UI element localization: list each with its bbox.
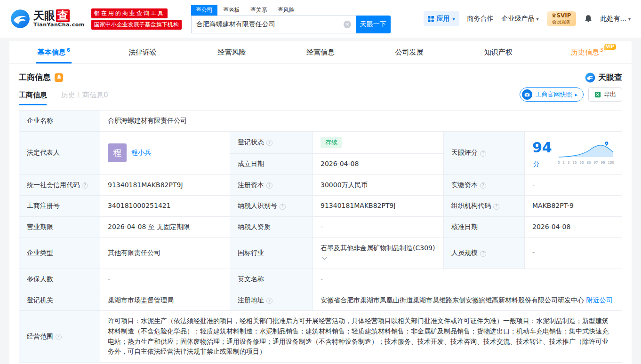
search-tab-risk[interactable]: 查风险 (273, 5, 299, 16)
taxpayer-quality-value: - (313, 216, 444, 237)
credit-code-label: 统一社会信用代码? (19, 174, 100, 196)
section-title: 工商信息 (19, 72, 51, 83)
notifications-bell-icon[interactable] (584, 15, 593, 23)
crown-icon: ♛ (552, 12, 557, 19)
help-icon[interactable]: ? (82, 182, 88, 189)
subtab-row: 工商信息 历史工商信息0 工商官网快照 ▸ 导出 (9, 86, 632, 105)
help-icon[interactable]: ? (480, 150, 486, 157)
help-icon[interactable]: ? (56, 334, 62, 340)
reg-address-value: 安徽省合肥市巢湖市凤凰山街道巢湖市巢维路东侧安徽皖维高新材料股份有限公司研发中心… (313, 290, 622, 311)
user-account-menu[interactable]: 此处有... ▾ (601, 15, 631, 23)
apps-grid-icon (428, 16, 434, 22)
approval-date-label: 核准日期 (444, 216, 525, 237)
excel-icon (594, 91, 601, 98)
english-name-label: 英文名称 (230, 269, 313, 290)
tab-basic-info[interactable]: 基本信息6 (9, 41, 98, 63)
english-name-value: - (313, 269, 622, 290)
chevron-down-icon[interactable] (322, 255, 327, 260)
tab-legal-proceedings[interactable]: 法律诉讼 (98, 41, 187, 63)
taxpayer-id-value: 91340181MAKB82PT9J (313, 196, 444, 217)
main-card: 基本信息6 法律诉讼 经营风险 经营信息 公司发展 知识产权 历史信息3 VIP… (9, 41, 632, 364)
help-icon[interactable]: ? (266, 298, 272, 304)
official-snapshot-button[interactable]: 工商官网快照 ▸ (520, 87, 584, 102)
taxpayer-id-label: 纳税人识别号? (230, 196, 313, 217)
nearby-companies-link[interactable]: 附近公司 (586, 296, 612, 304)
tab-operating-risk[interactable]: 经营风险 (187, 41, 276, 63)
legal-rep-cell: 程 程小兵 (100, 131, 230, 174)
help-icon[interactable]: ? (480, 251, 486, 257)
export-button[interactable]: 导出 (588, 87, 622, 102)
company-name-label: 企业名称 (19, 111, 100, 132)
score-cell: 94分 01 (525, 131, 622, 174)
help-icon[interactable]: ? (280, 204, 286, 210)
enterprise-products-menu[interactable]: 企业级产品 ▾ (502, 15, 539, 23)
table-row: 参保人数 - 英文名称 - (19, 269, 622, 290)
monitor-bell-icon[interactable] (55, 73, 63, 82)
search-tab-company[interactable]: 查公司 (191, 5, 217, 16)
search-button[interactable]: 天眼一下 (356, 16, 391, 33)
search-tab-boss[interactable]: 查老板 (218, 5, 245, 16)
credit-code-value: 91340181MAKB82PT9J (100, 174, 230, 196)
logo-wordmark: 天眼查 (33, 9, 85, 22)
svip-membership-button[interactable]: ♛SVIP 会员服务 (547, 11, 576, 26)
help-icon[interactable]: ? (493, 204, 499, 210)
help-icon[interactable]: ? (266, 182, 272, 189)
staff-size-value: - (525, 237, 622, 269)
table-row: 工商注册号 340181000251421 纳税人识别号? 91340181MA… (19, 196, 622, 217)
table-row: 营业期限 2026-04-08 至 无固定期限 纳税人资质 - 核准日期 202… (19, 216, 622, 237)
apps-menu[interactable]: 应用 ▾ (424, 11, 459, 26)
top-header: 天眼查 TianYanCha.com 都在用的商业查询工具 国家中小企业发展子基… (0, 0, 641, 38)
staff-size-label: 人员规模? (444, 237, 525, 269)
legal-rep-link[interactable]: 程小兵 (131, 148, 151, 158)
tianyancha-logo[interactable]: 天眼查 TianYanCha.com (10, 9, 85, 29)
help-icon[interactable]: ? (480, 182, 486, 189)
business-scope-value: 许可项目：水泥生产（依法须经批准的项目，经相关部门批准后方可开展经营活动，具体经… (100, 311, 622, 363)
reg-capital-label: 注册资本? (230, 174, 313, 196)
subtab-history-business-info[interactable]: 历史工商信息0 (61, 91, 108, 105)
reg-address-label: 注册地址? (230, 290, 313, 311)
search-type-tabs: 查公司 查老板 查关系 查风险 (191, 5, 391, 16)
logo-domain: TianYanCha.com (33, 22, 85, 28)
insured-count-value: - (100, 269, 230, 290)
status-badge: 存续 (320, 137, 342, 148)
subtab-business-info[interactable]: 工商信息 (19, 91, 47, 105)
search-area: 查公司 查老板 查关系 查风险 × 天眼一下 (191, 5, 391, 33)
arrow-right-icon: ▸ (575, 92, 577, 98)
reg-authority-label: 登记机关 (19, 290, 100, 311)
score-distribution-chart[interactable]: 0131550859799100 (558, 141, 614, 165)
camera-icon (522, 89, 532, 100)
legal-rep-avatar[interactable]: 程 (108, 143, 127, 162)
slogan-line1: 都在用的商业查询工具 (91, 8, 168, 18)
table-row: 登记机关 巢湖市市场监督管理局 注册地址? 安徽省合肥市巢湖市凤凰山街道巢湖市巢… (19, 290, 622, 311)
section-header: 工商信息 天眼查 (9, 64, 632, 86)
tab-count: 6 (67, 47, 71, 53)
clear-search-icon[interactable]: × (344, 21, 351, 28)
tab-operating-info[interactable]: 经营信息 (276, 41, 365, 63)
search-tab-relation[interactable]: 查关系 (246, 5, 272, 16)
insured-count-label: 参保人数 (19, 269, 100, 290)
tab-intellectual-property[interactable]: 知识产权 (454, 41, 543, 63)
business-cooperation-link[interactable]: 商务合作 (467, 15, 494, 23)
tab-company-development[interactable]: 公司发展 (365, 41, 454, 63)
legal-rep-label: 法定代表人 (19, 131, 100, 174)
search-input[interactable] (196, 21, 344, 28)
business-term-label: 营业期限 (19, 216, 100, 237)
tab-history-info[interactable]: 历史信息3 VIP (543, 41, 632, 63)
org-code-label: 组织机构代码? (444, 196, 525, 217)
reg-number-value: 340181000251421 (100, 196, 230, 217)
table-row: 法定代表人 程 程小兵 登记状态? 存续 天眼评分? (19, 131, 622, 153)
score-axis-ticks: 0131550859799100 (558, 161, 614, 165)
table-row: 经营范围? 许可项目：水泥生产（依法须经批准的项目，经相关部门批准后方可开展经营… (19, 311, 622, 363)
org-code-value: MAKB82PT-9 (525, 196, 622, 217)
table-row: 企业类型 其他有限责任公司 国标行业 石墨及其他非金属矿物制品制造(C309) … (19, 237, 622, 269)
company-name-value: 合肥海螺建材有限责任公司 (100, 111, 622, 132)
chevron-down-icon: ▾ (537, 16, 539, 22)
tab-count: 3 (600, 47, 603, 53)
paid-capital-label: 实缴资本? (444, 174, 525, 196)
table-row: 企业名称 合肥海螺建材有限责任公司 (19, 111, 622, 132)
help-icon[interactable]: ? (266, 140, 272, 146)
business-term-value: 2026-04-08 至 无固定期限 (100, 216, 230, 237)
reg-status-value: 存续 (313, 131, 444, 153)
taxpayer-quality-label: 纳税人资质 (230, 216, 313, 237)
header-slogan: 都在用的商业查询工具 国家中小企业发展子基金旗下机构 (91, 8, 182, 30)
